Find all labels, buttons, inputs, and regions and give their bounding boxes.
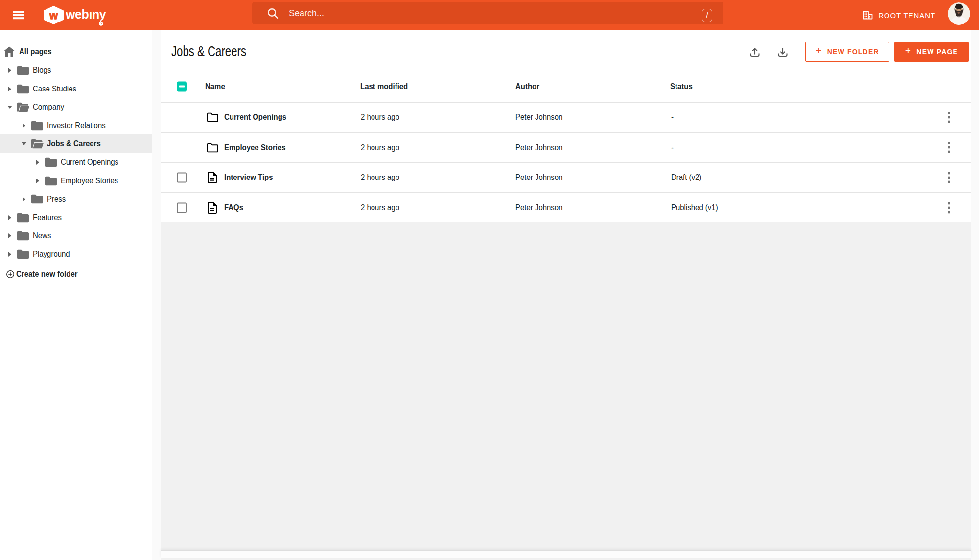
svg-text:w: w bbox=[49, 10, 58, 22]
